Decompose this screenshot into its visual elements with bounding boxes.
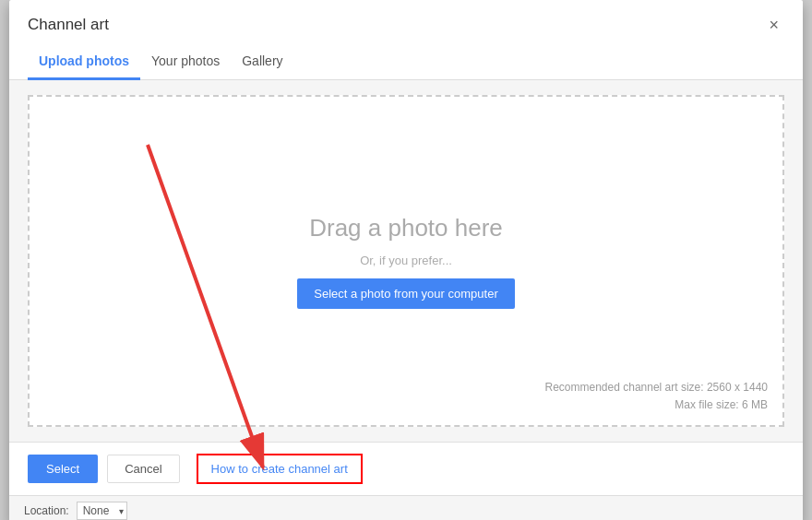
select-button[interactable]: Select — [28, 455, 98, 483]
location-select[interactable]: None — [77, 502, 127, 520]
tabs-bar: Upload photos Your photos Gallery — [9, 44, 803, 80]
tab-your-photos[interactable]: Your photos — [140, 44, 231, 80]
or-text: Or, if you prefer... — [360, 254, 452, 267]
drop-zone[interactable]: Drag a photo here Or, if you prefer... S… — [28, 95, 784, 427]
how-to-link[interactable]: How to create channel art — [197, 454, 363, 484]
recommended-text: Recommended channel art size: 2560 x 144… — [545, 379, 768, 414]
cancel-button[interactable]: Cancel — [107, 455, 179, 483]
location-bar: Location: None — [9, 495, 803, 520]
tab-gallery[interactable]: Gallery — [231, 44, 293, 80]
close-button[interactable]: × — [763, 15, 784, 35]
location-label: Location: — [24, 504, 69, 517]
dialog-title: Channel art — [28, 16, 109, 34]
select-photo-button[interactable]: Select a photo from your computer — [297, 278, 514, 309]
location-select-wrapper[interactable]: None — [77, 502, 127, 520]
tab-upload-photos[interactable]: Upload photos — [28, 44, 140, 80]
dialog-footer: Select Cancel How to create channel art — [9, 442, 803, 495]
drag-text: Drag a photo here — [309, 214, 503, 242]
dialog-body: Drag a photo here Or, if you prefer... S… — [9, 80, 803, 442]
channel-art-dialog: Channel art × Upload photos Your photos … — [9, 0, 803, 520]
dialog-header: Channel art × — [9, 0, 803, 35]
